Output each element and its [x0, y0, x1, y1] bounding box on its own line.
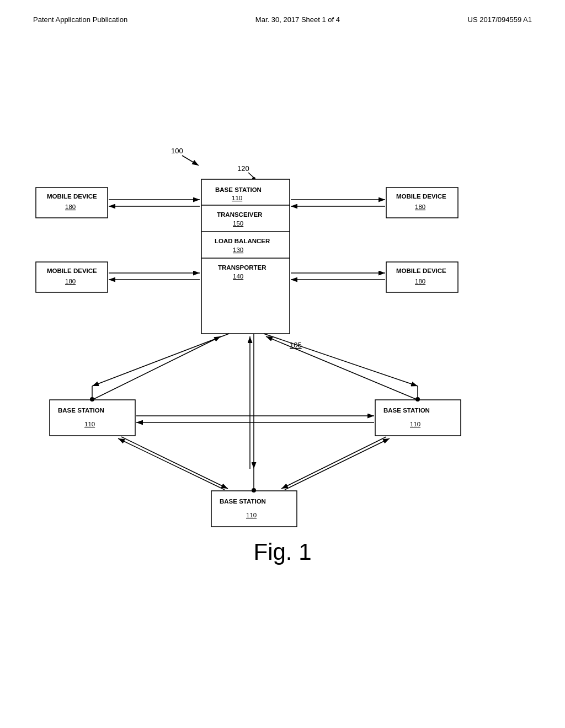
bs-bc-label: BASE STATION — [220, 498, 266, 505]
arrow-bs-br-to-central — [266, 336, 418, 400]
md-tr-label: MOBILE DEVICE — [396, 193, 446, 200]
header-right: US 2017/094559 A1 — [468, 15, 532, 24]
md-ml-label: MOBILE DEVICE — [47, 267, 97, 274]
mobile-device-mid-right-box — [386, 262, 458, 292]
md-tl-ref: 180 — [65, 204, 76, 210]
ref105-label: 105 — [290, 341, 302, 349]
arrow-bs-bl-to-central — [92, 336, 221, 400]
ref100-label: 100 — [171, 147, 183, 155]
header-left: Patent Application Publication — [33, 15, 127, 24]
figure-label: Fig. 1 — [253, 539, 311, 565]
bs-br-label: BASE STATION — [383, 407, 430, 414]
arrow-bs-bl-to-bs-bc — [121, 437, 228, 489]
diagram-container: 100 120 BASE STATION 110 TRANSCEIVER 150 — [0, 72, 565, 651]
ref120-label: 120 — [237, 164, 249, 173]
bs-br-ref: 110 — [410, 421, 420, 427]
lb-ref: 130 — [233, 247, 243, 253]
md-ml-ref: 180 — [65, 278, 76, 285]
central-station-box — [201, 179, 290, 334]
transporter-ref: 140 — [233, 273, 243, 280]
transceiver-label: TRANSCEIVER — [217, 211, 263, 218]
ref120-line — [248, 173, 254, 178]
md-tl-label: MOBILE DEVICE — [47, 193, 97, 200]
mobile-device-top-left-box — [36, 188, 108, 218]
arrow-bs-bc-to-bs-br — [285, 438, 390, 490]
mobile-device-top-right-box — [386, 188, 458, 218]
bs-bottom-center-box — [211, 491, 297, 527]
bs-bottom-left-box — [50, 400, 135, 436]
central-bs-ref: 110 — [232, 195, 242, 201]
ref100-arrow — [182, 156, 199, 165]
arrow-bs-br-to-bs-bc — [281, 437, 386, 489]
lb-label: LOAD BALANCER — [215, 238, 270, 244]
bs-bl-label: BASE STATION — [58, 407, 104, 414]
md-mr-ref: 180 — [415, 278, 425, 285]
md-tr-ref: 180 — [415, 204, 425, 210]
bs-bottom-right-box — [375, 400, 461, 436]
transporter-label: TRANSPORTER — [218, 264, 266, 271]
arrow-central-to-bs-br — [264, 334, 418, 386]
page-header: Patent Application Publication Mar. 30, … — [0, 0, 565, 24]
transceiver-ref: 150 — [233, 220, 243, 227]
arrow-central-to-bs-bl — [92, 334, 229, 386]
central-bs-label: BASE STATION — [215, 186, 262, 193]
bs-bl-ref: 110 — [84, 421, 95, 427]
header-center: Mar. 30, 2017 Sheet 1 of 4 — [255, 15, 340, 24]
md-mr-label: MOBILE DEVICE — [396, 267, 446, 274]
mobile-device-mid-left-box — [36, 262, 108, 292]
bs-bc-ref: 110 — [246, 512, 257, 518]
arrow-bs-bc-to-bs-bl — [118, 438, 225, 490]
